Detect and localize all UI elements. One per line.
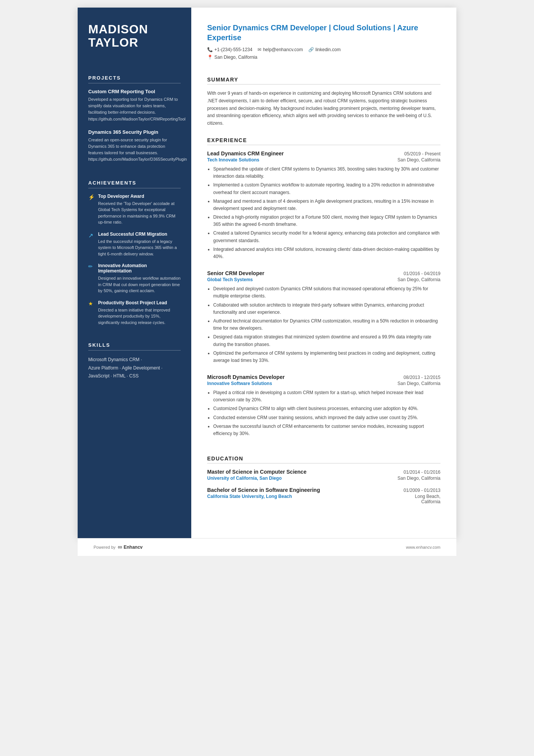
exp-company-row-2: Global Tech Systems San Diego, Californi… [207, 277, 440, 282]
bullet-2-4: Designed data migration strategies that … [213, 333, 440, 348]
edu-school-2: California State University, Long Beach [207, 494, 292, 499]
edu-header-2: Bachelor of Science in Software Engineer… [207, 487, 440, 493]
education-item-1: Master of Science in Computer Science 01… [207, 469, 440, 481]
project-desc-1: Developed a reporting tool for Dynamics … [88, 96, 181, 122]
resume-container: MADISON TAYLOR PROJECTS Custom CRM Repor… [78, 8, 456, 538]
contact-row: 📞 +1-(234)-555-1234 ✉ help@enhancv.com 🔗… [207, 47, 440, 52]
edu-header-1: Master of Science in Computer Science 01… [207, 469, 440, 475]
email-value: help@enhancv.com [263, 47, 303, 52]
exp-title-1: Lead Dynamics CRM Engineer [207, 150, 284, 157]
exp-title-3: Microsoft Dynamics Developer [207, 374, 285, 380]
bullet-1-6: Integrated advanced analytics into CRM s… [213, 246, 440, 260]
achievement-content-1: Top Developer Award Received the 'Top De… [98, 194, 181, 225]
projects-divider [88, 83, 181, 83]
edu-school-1: University of California, San Diego [207, 476, 282, 481]
project-desc-2: Created an open-source security plugin f… [88, 137, 181, 163]
exp-header-3: Microsoft Dynamics Developer 08/2013 - 1… [207, 374, 440, 380]
resume-footer: Powered by ∞ Enhancv www.enhancv.com [78, 538, 456, 556]
summary-text: With over 9 years of hands-on experience… [207, 90, 440, 127]
edu-degree-1: Master of Science in Computer Science [207, 469, 306, 475]
bullet-2-1: Developed and deployed custom Dynamics C… [213, 285, 440, 300]
edu-location-2: Long Beach,California [415, 494, 440, 504]
bullet-3-3: Conducted extensive CRM user training se… [213, 414, 440, 421]
bullet-2-2: Collaborated with solution architects to… [213, 302, 440, 316]
exp-company-row-3: Innovative Software Solutions San Diego,… [207, 381, 440, 386]
footer-website: www.enhancv.com [406, 545, 440, 549]
exp-bullets-3: Played a critical role in developing a c… [207, 389, 440, 437]
skills-list: Microsoft Dynamics CRM · Azure Platform … [88, 356, 181, 380]
achievement-icon-3: ✏ [88, 263, 95, 269]
achievement-desc-1: Received the 'Top Developer' accolade at… [98, 200, 181, 225]
edu-school-row-1: University of California, San Diego San … [207, 476, 440, 481]
experience-item-3: Microsoft Dynamics Developer 08/2013 - 1… [207, 374, 440, 439]
footer-left: Powered by ∞ Enhancv [94, 544, 143, 551]
skills-section-title: SKILLS [88, 342, 181, 348]
bullet-1-3: Managed and mentored a team of 4 develop… [213, 198, 440, 212]
contact-linkedin: 🔗 linkedin.com [308, 47, 341, 52]
phone-icon: 📞 [207, 47, 213, 52]
bullet-1-5: Created a tailored Dynamics security mod… [213, 230, 440, 244]
exp-company-1: Tech Innovate Solutions [207, 157, 259, 163]
summary-divider [207, 84, 440, 85]
location-icon: 📍 [207, 55, 213, 60]
candidate-name: MADISON TAYLOR [88, 23, 181, 49]
project-item-1: Custom CRM Reporting Tool Developed a re… [88, 89, 181, 122]
location-value: San Diego, California [214, 55, 257, 60]
project-title-2: Dynamics 365 Security Plugin [88, 129, 181, 135]
achievements-section-title: ACHIEVEMENTS [88, 180, 181, 186]
edu-degree-2: Bachelor of Science in Software Engineer… [207, 487, 320, 493]
linkedin-icon: 🔗 [308, 47, 314, 52]
achievement-item-4: ★ Productivity Boost Project Lead Direct… [88, 300, 181, 326]
exp-title-2: Senior CRM Developer [207, 270, 264, 276]
achievement-desc-3: Designed an innovative workflow automati… [98, 275, 181, 294]
project-title-1: Custom CRM Reporting Tool [88, 89, 181, 94]
achievement-content-3: Innovative Automation Implementation Des… [98, 263, 181, 294]
experience-item-1: Lead Dynamics CRM Engineer 05/2019 - Pre… [207, 150, 440, 262]
achievement-content-4: Productivity Boost Project Lead Directed… [98, 300, 181, 326]
experience-section-title: EXPERIENCE [207, 137, 440, 143]
project-item-2: Dynamics 365 Security Plugin Created an … [88, 129, 181, 163]
projects-section-title: PROJECTS [88, 75, 181, 81]
summary-section-title: SUMMARY [207, 77, 440, 83]
edu-school-row-2: California State University, Long Beach … [207, 494, 440, 504]
skill-line-3: JavaScript · HTML · CSS [88, 372, 181, 380]
experience-item-2: Senior CRM Developer 01/2016 - 04/2019 G… [207, 270, 440, 366]
bullet-3-2: Customized Dynamics CRM to align with cl… [213, 405, 440, 412]
exp-company-2: Global Tech Systems [207, 277, 253, 282]
skill-line-2: Azure Platform · Agile Development · [88, 364, 181, 373]
skill-line-1: Microsoft Dynamics CRM · [88, 356, 181, 364]
skills-divider [88, 350, 181, 351]
achievement-desc-4: Directed a team initiative that improved… [98, 307, 181, 326]
footer-logo: ∞ Enhancv [118, 544, 142, 551]
bullet-3-1: Played a critical role in developing a c… [213, 389, 440, 404]
edu-location-1: San Diego, California [398, 476, 440, 481]
exp-dates-1: 05/2019 - Present [404, 151, 440, 157]
achievement-icon-4: ★ [88, 301, 95, 307]
contact-phone: 📞 +1-(234)-555-1234 [207, 47, 252, 52]
powered-by-label: Powered by [94, 545, 116, 549]
bullet-2-3: Authored technical documentation for Dyn… [213, 318, 440, 332]
achievement-content-2: Lead Successful CRM Migration Led the su… [98, 232, 181, 257]
bullet-2-5: Optimized the performance of CRM systems… [213, 350, 440, 364]
main-content: Senior Dynamics CRM Developer | Cloud So… [191, 8, 456, 538]
sidebar: MADISON TAYLOR PROJECTS Custom CRM Repor… [78, 8, 191, 538]
achievement-icon-2: ↗ [88, 232, 95, 239]
footer-brand: Enhancv [124, 545, 143, 550]
exp-dates-2: 01/2016 - 04/2019 [404, 271, 440, 276]
achievement-icon-1: ⚡ [88, 194, 95, 200]
exp-location-1: San Diego, California [398, 157, 440, 163]
achievement-title-1: Top Developer Award [98, 194, 181, 199]
achievement-desc-2: Led the successful migration of a legacy… [98, 238, 181, 257]
exp-bullets-2: Developed and deployed custom Dynamics C… [207, 285, 440, 364]
edu-dates-1: 01/2014 - 01/2016 [404, 470, 440, 475]
location-row: 📍 San Diego, California [207, 55, 440, 60]
exp-company-3: Innovative Software Solutions [207, 381, 272, 386]
exp-location-3: San Diego, California [398, 381, 440, 386]
exp-bullets-1: Spearheaded the update of client CRM sys… [207, 166, 440, 260]
contact-email: ✉ help@enhancv.com [258, 47, 303, 52]
linkedin-value: linkedin.com [315, 47, 341, 52]
achievement-item-2: ↗ Lead Successful CRM Migration Led the … [88, 232, 181, 257]
achievement-title-2: Lead Successful CRM Migration [98, 232, 181, 237]
achievement-title-4: Productivity Boost Project Lead [98, 300, 181, 305]
bullet-1-2: Implemented a custom Dynamics workflow t… [213, 182, 440, 196]
